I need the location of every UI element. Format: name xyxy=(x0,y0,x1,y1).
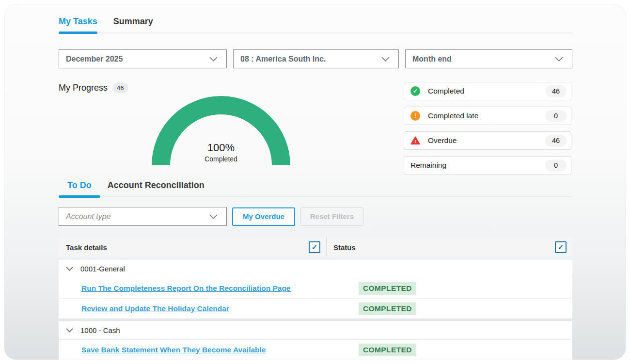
status-badge: COMPLETED xyxy=(359,344,416,356)
column-header-status: Status xyxy=(333,243,555,252)
my-tasks-panel: My Tasks Summary December 2025 08 : Amer… xyxy=(4,4,626,360)
chevron-down-icon[interactable] xyxy=(66,267,73,271)
stat-label: Completed xyxy=(428,87,545,95)
stat-value-badge: 0 xyxy=(545,110,567,122)
progress-section: My Progress 46 100% Completed ✓ xyxy=(59,81,572,174)
tab-account-reconciliation[interactable]: Account Reconciliation xyxy=(108,180,205,196)
chevron-down-icon xyxy=(381,55,390,63)
workflow-select-value: Month end xyxy=(412,55,452,63)
stat-card-overdue: ! Overdue 46 xyxy=(404,131,571,150)
main-tabs: My Tasks Summary xyxy=(59,16,572,33)
period-select-value: December 2025 xyxy=(66,55,123,63)
account-type-placeholder: Account type xyxy=(66,212,111,221)
progress-title: My Progress xyxy=(59,83,108,93)
check-circle-icon: ✓ xyxy=(410,86,420,96)
period-select[interactable]: December 2025 xyxy=(59,49,227,68)
group-name: 0001-General xyxy=(80,265,125,273)
warning-triangle-icon: ! xyxy=(410,136,420,145)
status-badge: COMPLETED xyxy=(359,302,416,315)
workflow-select[interactable]: Month end xyxy=(405,49,572,68)
task-link[interactable]: Run The Completeness Report On the Recon… xyxy=(81,284,290,292)
entity-select[interactable]: 08 : America South Inc. xyxy=(233,49,399,68)
task-group-section: 1000 - Cash Save Bank Statement When The… xyxy=(59,321,572,360)
chevron-down-icon xyxy=(209,212,218,221)
stat-value-badge: 46 xyxy=(545,135,567,147)
reset-filters-button[interactable]: Reset Filters xyxy=(300,207,363,226)
status-badge: COMPLETED xyxy=(359,282,416,295)
tab-summary[interactable]: Summary xyxy=(113,16,153,32)
chevron-down-icon xyxy=(209,55,218,63)
task-row: Save Bank Statement When They Become Ava… xyxy=(59,339,572,360)
progress-gauge: 100% Completed xyxy=(151,95,291,166)
task-group-section: 0001-General Run The Completeness Report… xyxy=(59,260,572,318)
stat-label: Completed late xyxy=(428,111,545,120)
account-type-select[interactable]: Account type xyxy=(59,207,227,226)
task-row: Review and Update The Holiday Calendar C… xyxy=(59,298,572,318)
progress-count-badge: 46 xyxy=(112,83,128,93)
chevron-down-icon xyxy=(555,55,563,63)
tab-to-do[interactable]: To Do xyxy=(59,180,100,196)
task-link[interactable]: Review and Update The Holiday Calendar xyxy=(81,304,229,313)
group-row-0001-general[interactable]: 0001-General xyxy=(59,260,572,278)
entity-select-value: 08 : America South Inc. xyxy=(240,55,326,63)
stat-card-remaining: Remaining 0 xyxy=(404,156,571,174)
group-name: 1000 - Cash xyxy=(80,326,120,334)
stat-card-completed-late: ! Completed late 0 xyxy=(404,107,571,125)
stat-value-badge: 46 xyxy=(545,85,567,97)
exclamation-circle-icon: ! xyxy=(410,111,420,121)
progress-stats: ✓ Completed 46 ! Completed late 0 xyxy=(404,82,571,174)
my-overdue-button[interactable]: My Overdue xyxy=(232,207,295,226)
gauge-label: Completed xyxy=(151,155,291,163)
task-row: Run The Completeness Report On the Recon… xyxy=(59,278,572,298)
stat-card-completed: ✓ Completed 46 xyxy=(404,82,571,100)
task-subtabs: To Do Account Reconciliation xyxy=(59,180,572,197)
stat-label: Remaining xyxy=(410,161,545,170)
stat-value-badge: 0 xyxy=(545,159,567,172)
task-link[interactable]: Save Bank Statement When They Become Ava… xyxy=(81,346,266,354)
stat-label: Overdue xyxy=(428,136,545,145)
gauge-percent: 100% xyxy=(151,142,291,154)
task-details-checkbox[interactable]: ✓ xyxy=(309,241,320,253)
task-table: Task details ✓ Status ✓ 0001-General xyxy=(59,237,572,360)
chevron-down-icon[interactable] xyxy=(66,328,73,332)
group-row-1000-cash[interactable]: 1000 - Cash xyxy=(59,321,572,339)
column-header-task-details: Task details xyxy=(66,243,309,252)
tab-my-tasks[interactable]: My Tasks xyxy=(59,16,97,32)
task-filter-row: Account type My Overdue Reset Filters xyxy=(59,207,572,226)
svg-text:!: ! xyxy=(414,139,416,144)
status-checkbox[interactable]: ✓ xyxy=(555,241,567,253)
top-filter-row: December 2025 08 : America South Inc. Mo… xyxy=(59,49,572,68)
table-header: Task details ✓ Status ✓ xyxy=(59,237,572,257)
